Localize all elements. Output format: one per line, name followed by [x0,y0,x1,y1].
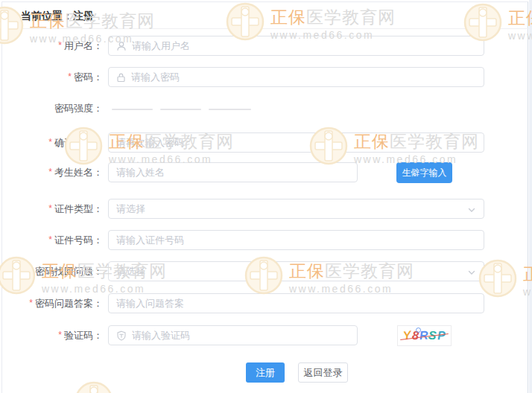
username-input[interactable] [132,40,476,51]
id-type-select[interactable] [108,199,484,219]
confirm-password-input[interactable] [116,137,476,148]
strength-bar [112,109,153,110]
question-answer-field[interactable] [108,293,484,313]
confirm-password-field[interactable] [108,132,484,153]
lock-icon [116,72,126,83]
required-asterisk: * [68,71,72,82]
strength-bar [209,109,251,110]
shield-icon [116,330,127,341]
chevron-down-icon [467,268,476,277]
captcha-field[interactable] [108,325,358,345]
password-label: *密码： [0,67,103,88]
required-asterisk: * [58,40,62,51]
recovery-question-label: *密码找回问题： [0,261,103,282]
captcha-decoration [416,328,421,333]
password-strength-label: 密码强度： [0,101,103,116]
candidate-name-label: *考生姓名： [0,162,103,183]
captcha-label: *验证码： [0,325,103,346]
required-asterisk: * [48,234,52,245]
question-answer-input[interactable] [116,298,476,309]
back-to-login-button[interactable]: 返回登录 [298,362,348,383]
required-asterisk: * [29,298,33,308]
username-label: *用户名： [0,36,103,57]
candidate-name-input[interactable] [116,167,349,178]
header-divider [2,28,529,29]
id-type-label: *证件类型： [0,199,103,220]
question-answer-label: *密码问题答案： [0,293,103,314]
required-asterisk: * [48,167,52,177]
chevron-down-icon [467,205,476,214]
registration-page: 正保医学教育网 www.med66.com 正保医学教育网 www.med66.… [0,0,532,393]
captcha-image[interactable]: Y 8 R S P [397,325,452,346]
required-asterisk: * [48,137,52,147]
required-asterisk: * [58,330,62,340]
captcha-letter: Y [402,329,411,342]
recovery-question-value[interactable] [116,266,476,277]
candidate-name-field[interactable] [108,162,358,182]
breadcrumb: 当前位置：注册 [21,10,94,23]
recovery-question-select[interactable] [108,261,484,281]
id-type-value[interactable] [116,203,476,214]
password-input[interactable] [131,71,476,83]
captcha-input[interactable] [132,330,349,341]
username-field[interactable] [108,36,484,56]
rare-character-input-button[interactable]: 生僻字输入 [396,162,452,183]
register-button[interactable]: 注册 [246,362,285,383]
user-icon [116,41,127,51]
id-number-label: *证件号码： [0,230,103,251]
required-asterisk: * [48,203,52,214]
captcha-letter: P [437,330,446,342]
required-asterisk: * [29,266,33,276]
strength-bar [160,109,201,110]
confirm-password-label: *确认密码： [0,132,103,153]
password-field[interactable] [108,67,484,87]
id-number-field[interactable] [108,230,484,250]
scrollbar-track[interactable] [529,0,532,393]
password-strength-meter [112,109,251,110]
id-number-input[interactable] [116,234,476,246]
